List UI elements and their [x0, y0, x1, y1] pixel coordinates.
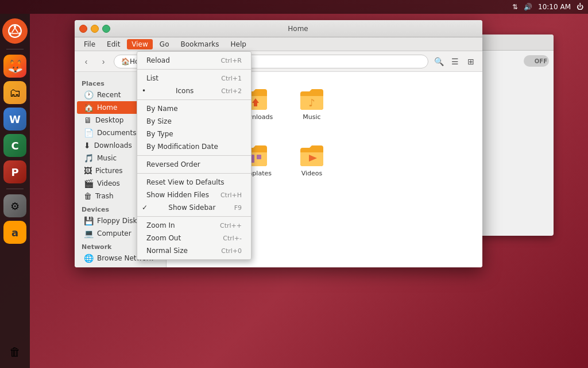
taskbar-amazon[interactable]: a	[3, 221, 26, 244]
sidebar-item-documents-label: Documents	[97, 129, 136, 137]
sidebar-item-music-label: Music	[97, 154, 117, 162]
sidebar-item-connect-server-label: Connect to Server	[97, 266, 159, 267]
back-button[interactable]: ‹	[79, 55, 93, 68]
menu-view[interactable]: View	[127, 39, 152, 49]
taskbar-impress[interactable]: P	[3, 160, 26, 183]
menu-item-by-size[interactable]: By Size	[137, 115, 251, 128]
impress-icon: P	[11, 166, 18, 178]
sidebar-item-desktop-label: Desktop	[95, 116, 124, 124]
menu-item-reset-view[interactable]: Reset View to Defaults	[137, 176, 251, 189]
toggle-off-switch[interactable]: OFF	[524, 55, 549, 67]
taskbar-divider-1	[6, 49, 24, 49]
menu-help[interactable]: Help	[226, 39, 251, 49]
sidebar-item-home-label: Home	[97, 103, 117, 112]
window-menubar: File Edit View Go Bookmarks Help	[75, 37, 482, 51]
window-toolbar: ‹ › 🏠 Home 🔍 ☰ ⊞	[75, 51, 482, 72]
taskbar-writer[interactable]: W	[3, 108, 26, 131]
toolbar-actions: 🔍 ☰ ⊞	[432, 55, 478, 68]
window-content: Places 🕐 Recent 🏠 Home 🖥 Desktop 📄 Docum…	[75, 72, 482, 267]
toggle-label: OFF	[535, 58, 547, 64]
menu-file[interactable]: File	[79, 39, 100, 49]
sidebar-item-videos-label: Videos	[97, 179, 120, 187]
trash-sidebar-icon: 🗑	[84, 191, 92, 201]
menu-separator-4	[137, 173, 251, 174]
svg-text:♪: ♪	[308, 97, 315, 109]
menu-item-list[interactable]: List Ctrl+1	[137, 72, 251, 85]
taskbar-trash[interactable]: 🗑	[3, 340, 26, 363]
window-minimize-btn[interactable]	[91, 25, 99, 33]
breadcrumb-home: 🏠	[121, 57, 130, 66]
taskbar-files[interactable]: 🗂	[3, 81, 26, 104]
menu-separator-2	[137, 99, 251, 100]
sidebar-item-trash-label: Trash	[95, 192, 114, 200]
search-button[interactable]: 🔍	[432, 55, 446, 68]
ubuntu-home-button[interactable]	[2, 18, 28, 44]
sound-icon[interactable]: 🔊	[524, 3, 532, 11]
videos-folder-icon	[298, 144, 326, 167]
window-title: Home	[118, 25, 478, 33]
taskbar-divider-2	[6, 189, 24, 189]
sidebar-item-recent-label: Recent	[97, 91, 121, 99]
floppy-icon: 💾	[84, 216, 94, 225]
file-manager-window: Home File Edit View Go Bookmarks Help ‹ …	[75, 20, 482, 267]
music-label: Music	[303, 113, 320, 121]
menu-item-by-name[interactable]: By Name	[137, 102, 251, 115]
calc-icon: C	[11, 140, 18, 152]
view-dropdown-menu: Reload Ctrl+R List Ctrl+1 • Icons Ctrl+2…	[137, 51, 252, 260]
firefox-icon: 🦊	[7, 59, 23, 74]
computer-icon: 💻	[84, 229, 94, 238]
taskbar-bottom-section: 🗑	[3, 340, 26, 363]
svg-point-3	[9, 32, 11, 34]
forward-button[interactable]: ›	[96, 55, 110, 68]
menu-bookmarks[interactable]: Bookmarks	[176, 39, 223, 49]
menu-item-reversed-order[interactable]: Reversed Order	[137, 158, 251, 171]
sidebar-item-downloads-label: Downloads	[94, 141, 132, 150]
clock: 10:10 AM	[538, 3, 571, 11]
window-close-btn[interactable]	[79, 25, 87, 33]
sidebar-item-floppy-label: Floppy Disk	[97, 217, 137, 225]
menu-item-normal-size[interactable]: Normal Size Ctrl+0	[137, 244, 251, 257]
power-icon[interactable]: ⏻	[577, 3, 583, 11]
home-icon: 🏠	[84, 103, 94, 112]
folder-music[interactable]: ♪ Music	[286, 79, 338, 131]
taskbar-calc[interactable]: C	[3, 134, 26, 157]
top-panel-right: ⇅ 🔊 10:10 AM ⏻	[512, 3, 583, 11]
top-panel: ⇅ 🔊 10:10 AM ⏻	[0, 0, 588, 14]
sidebar-item-connect-server[interactable]: 🔌 Connect to Server	[77, 264, 164, 267]
videos-icon: 🎬	[84, 179, 94, 188]
ubuntu-logo-icon	[7, 24, 22, 39]
window-maximize-btn[interactable]	[102, 25, 110, 33]
documents-icon: 📄	[84, 128, 94, 137]
network-icon[interactable]: ⇅	[512, 3, 518, 11]
menu-item-by-modification-date[interactable]: By Modification Date	[137, 140, 251, 153]
menu-item-show-sidebar[interactable]: ✓ Show Sidebar F9	[137, 201, 251, 214]
taskbar-firefox[interactable]: 🦊	[3, 55, 26, 78]
taskbar: 🦊 🗂 W C P ⚙ a 🗑	[0, 14, 30, 368]
svg-line-4	[15, 28, 18, 33]
menu-item-zoom-in[interactable]: Zoom In Ctrl++	[137, 219, 251, 232]
menu-go[interactable]: Go	[155, 39, 174, 49]
menu-separator-1	[137, 69, 251, 70]
menu-item-show-hidden[interactable]: Show Hidden Files Ctrl+H	[137, 189, 251, 201]
menu-item-icons[interactable]: • Icons Ctrl+2	[137, 85, 251, 97]
amazon-icon: a	[11, 227, 18, 239]
taskbar-settings[interactable]: ⚙	[3, 194, 26, 217]
menu-item-reload[interactable]: Reload Ctrl+R	[137, 54, 251, 67]
menu-item-by-type[interactable]: By Type	[137, 128, 251, 140]
videos-label: Videos	[301, 170, 323, 177]
folder-videos[interactable]: Videos	[286, 135, 338, 187]
menu-item-zoom-out[interactable]: Zoom Out Ctrl+-	[137, 232, 251, 244]
svg-point-1	[14, 25, 16, 28]
grid-view-button[interactable]: ⊞	[464, 55, 478, 68]
desktop-icon: 🖥	[84, 116, 92, 125]
checkmark-icon: ✓	[142, 204, 148, 212]
downloads-icon: ⬇	[84, 141, 91, 150]
sidebar-item-pictures-label: Pictures	[95, 167, 123, 175]
list-view-button[interactable]: ☰	[448, 55, 462, 68]
svg-point-2	[18, 32, 21, 34]
settings-icon: ⚙	[10, 200, 20, 212]
browse-network-icon: 🌐	[84, 254, 94, 263]
music-icon: 🎵	[84, 154, 94, 163]
menu-edit[interactable]: Edit	[102, 39, 125, 49]
menu-separator-3	[137, 155, 251, 156]
